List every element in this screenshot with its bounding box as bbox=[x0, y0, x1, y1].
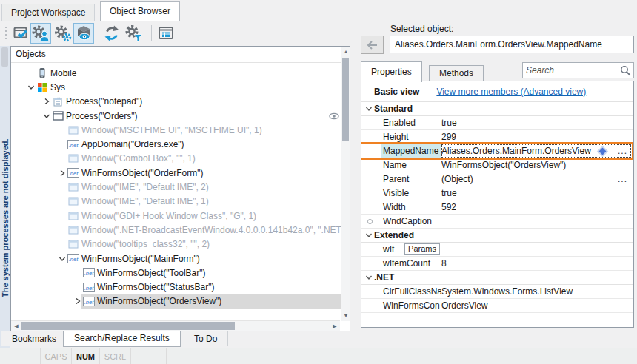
tab-search-replace-results[interactable]: Search/Replace Results bbox=[63, 331, 181, 347]
net-icon: .net bbox=[82, 268, 96, 277]
tab-bookmarks[interactable]: Bookmarks bbox=[1, 331, 67, 346]
map-picker-icon[interactable] bbox=[598, 149, 608, 154]
property-value-cell[interactable] bbox=[441, 215, 631, 228]
chevron-right-icon[interactable] bbox=[41, 98, 51, 105]
chevron-down-icon[interactable] bbox=[41, 112, 51, 120]
scroll-left-icon[interactable]: ◀ bbox=[12, 322, 21, 331]
tab-methods[interactable]: Methods bbox=[429, 65, 484, 81]
property-group-header[interactable]: Standard bbox=[361, 102, 633, 116]
toolbar-highlight-object-button[interactable] bbox=[73, 23, 94, 44]
scrollbar-thumb[interactable] bbox=[21, 322, 235, 330]
tree-item[interactable]: .net WinFormsObject("OrdersView") bbox=[11, 294, 341, 309]
property-value-cell[interactable]: 299 bbox=[441, 130, 631, 144]
panel-grip[interactable] bbox=[1, 47, 8, 67]
property-group-header[interactable]: Extended bbox=[361, 229, 633, 243]
property-row-height[interactable]: Height 299 bbox=[361, 130, 633, 144]
back-button[interactable] bbox=[361, 36, 384, 54]
tree-item[interactable]: Window("tooltips_class32", "", 2) bbox=[11, 237, 341, 252]
tab-properties[interactable]: Properties bbox=[361, 61, 422, 82]
params-button[interactable]: Params bbox=[404, 243, 440, 255]
property-group-header[interactable]: .NET bbox=[361, 271, 633, 285]
property-row-wndcaption[interactable]: WndCaption bbox=[361, 215, 633, 229]
property-row-enabled[interactable]: Enabled true bbox=[361, 116, 633, 130]
property-name: Parent bbox=[381, 172, 441, 186]
tree-item-label: AppDomain("Orders.exe") bbox=[80, 139, 184, 149]
property-value-cell[interactable]: (Object) ... bbox=[441, 172, 631, 186]
tab-object-browser[interactable]: Object Browser bbox=[100, 1, 180, 21]
property-name: Width bbox=[381, 200, 441, 214]
property-row-name[interactable]: Name WinFormsObject("OrdersView") bbox=[361, 158, 633, 172]
tree-item[interactable]: Process("Orders") bbox=[11, 109, 341, 123]
tree-item[interactable]: .net WinFormsObject("OrderForm") bbox=[11, 166, 341, 180]
toolbar-filter-objects-button[interactable] bbox=[124, 23, 144, 44]
property-value-cell[interactable]: true bbox=[441, 116, 631, 129]
chevron-down-icon[interactable] bbox=[364, 274, 373, 281]
property-value-cell[interactable]: true bbox=[441, 186, 631, 200]
toolbar-object-properties-button[interactable] bbox=[53, 23, 73, 44]
property-row-wit[interactable]: wIt Params bbox=[361, 243, 633, 257]
selected-object-field[interactable] bbox=[390, 36, 634, 53]
tree-item[interactable]: .net AppDomain("Orders.exe") bbox=[11, 137, 341, 151]
chevron-down-icon[interactable] bbox=[364, 232, 373, 239]
tree-item[interactable]: Window("MSCTFIME UI", "MSCTFIME UI", 1) bbox=[11, 123, 341, 137]
left-arrow-icon bbox=[367, 41, 378, 50]
chevron-right-icon[interactable] bbox=[73, 297, 82, 305]
tree-item[interactable]: .net WinFormsObject("ToolBar") bbox=[11, 266, 341, 280]
property-row-clrfullclassna[interactable]: ClrFullClassNa System.Windows.Forms.List… bbox=[361, 285, 633, 299]
advanced-view-link[interactable]: View more members (Advanced view) bbox=[436, 87, 586, 97]
property-value: 299 bbox=[441, 132, 631, 142]
ellipsis-button[interactable]: ... bbox=[614, 146, 631, 156]
property-row-width[interactable]: Width 592 bbox=[361, 200, 633, 215]
search-input[interactable] bbox=[523, 63, 624, 78]
tree-item[interactable]: .net WinFormsObject("StatusBar") bbox=[11, 280, 341, 294]
toolbar-show-panel-button[interactable] bbox=[156, 23, 176, 44]
chevron-down-icon[interactable] bbox=[57, 255, 67, 263]
chevron-down-icon[interactable] bbox=[364, 105, 373, 112]
window-icon bbox=[67, 197, 80, 206]
property-row-witemcount[interactable]: wItemCount 8 bbox=[361, 257, 633, 271]
property-value-cell[interactable]: System.Windows.Forms.ListView bbox=[441, 285, 631, 298]
property-value-cell[interactable]: WinFormsObject("OrdersView") bbox=[441, 158, 631, 172]
scroll-right-icon[interactable]: ▶ bbox=[330, 322, 339, 331]
property-value-cell[interactable]: OrdersView bbox=[441, 299, 631, 312]
property-value-cell[interactable]: Aliases.Orders.MainForm.OrdersView ... bbox=[441, 144, 631, 158]
property-value: WinFormsObject("OrdersView") bbox=[441, 160, 631, 170]
tab-to-do[interactable]: To Do bbox=[184, 331, 228, 346]
property-row-parent[interactable]: Parent (Object) ... bbox=[361, 172, 633, 186]
property-value-cell[interactable] bbox=[441, 243, 631, 256]
eye-icon[interactable] bbox=[329, 112, 339, 122]
scrollbar-thumb[interactable] bbox=[342, 58, 349, 141]
ellipsis-button[interactable]: ... bbox=[614, 174, 631, 184]
toolbar-grip[interactable] bbox=[5, 27, 7, 41]
toolbar-map-object-button[interactable] bbox=[30, 23, 51, 44]
tree-item[interactable]: Window("IME", "Default IME", 2) bbox=[11, 180, 341, 194]
property-value-cell[interactable]: 8 bbox=[441, 257, 631, 270]
tree-item[interactable]: Window("ComboLBox", "", 1) bbox=[11, 152, 341, 166]
tree-item[interactable]: Window("IME", "Default IME", 1) bbox=[11, 195, 341, 209]
property-row-visible[interactable]: Visible true bbox=[361, 186, 633, 200]
property-value: System.Windows.Forms.ListView bbox=[441, 286, 631, 297]
property-name: MappedName bbox=[381, 144, 441, 158]
property-value-cell[interactable]: 592 bbox=[441, 200, 631, 214]
tree-item[interactable]: Process("notepad") bbox=[11, 95, 341, 109]
chevron-right-icon[interactable] bbox=[57, 169, 67, 177]
toolbar-refresh-button[interactable] bbox=[101, 23, 122, 44]
property-row-mappedname[interactable]: MappedName Aliases.Orders.MainForm.Order… bbox=[361, 144, 633, 158]
vertical-scrollbar[interactable]: ▲ ▼ bbox=[341, 47, 350, 321]
chevron-down-icon[interactable] bbox=[26, 84, 36, 91]
tree-item-label: Window("IME", "Default IME", 1) bbox=[80, 196, 209, 206]
toolbar-checked-window-button[interactable] bbox=[11, 23, 32, 44]
bottom-tab-bar: BookmarksSearch/Replace ResultsTo Do bbox=[0, 331, 637, 347]
tree-item[interactable]: Mobile bbox=[11, 66, 341, 80]
tree-item[interactable]: .net WinFormsObject("MainForm") bbox=[11, 252, 341, 266]
property-row-winformscon[interactable]: WinFormsCon OrdersView bbox=[361, 299, 633, 313]
tree-item-label: Window(".NET-BroadcastEventWindow.4.0.0.… bbox=[80, 225, 341, 235]
scroll-down-icon[interactable]: ▼ bbox=[341, 311, 350, 320]
tree-item-label: Window("IME", "Default IME", 2) bbox=[80, 182, 209, 192]
horizontal-scrollbar[interactable]: ◀ ▶ bbox=[11, 320, 340, 331]
tree-item[interactable]: Window(".NET-BroadcastEventWindow.4.0.0.… bbox=[11, 223, 341, 237]
tree-item[interactable]: Sys bbox=[11, 80, 341, 94]
tree-item[interactable]: Window("GDI+ Hook Window Class", "G", 1) bbox=[11, 209, 341, 223]
tab-project-workspace[interactable]: Project Workspace bbox=[1, 4, 95, 21]
scroll-up-icon[interactable]: ▲ bbox=[341, 47, 350, 56]
